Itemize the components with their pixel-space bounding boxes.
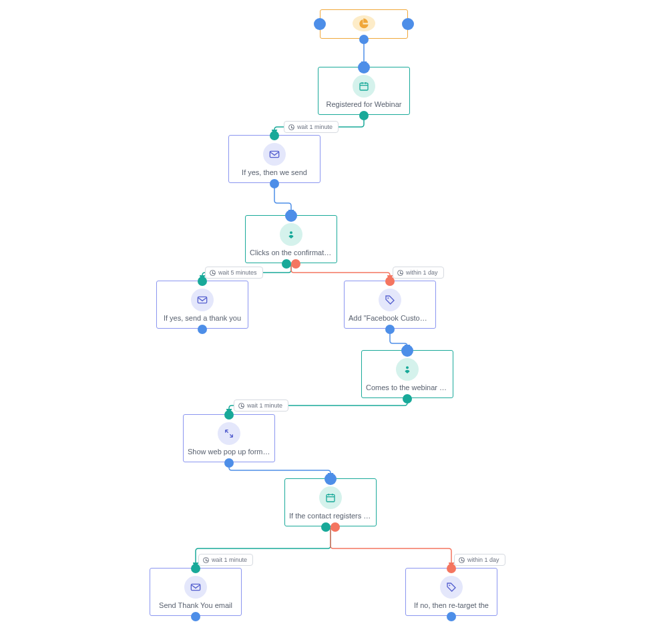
node-if-yes-send[interactable]: If yes, then we send <box>228 135 320 183</box>
svg-rect-6 <box>198 297 206 303</box>
node-label: Add "Facebook Custom Ad <box>349 314 431 322</box>
svg-point-5 <box>290 231 292 234</box>
pill-label: within 1 day <box>406 269 438 276</box>
svg-point-14 <box>449 585 450 586</box>
pill-label: within 1 day <box>467 556 499 563</box>
node-label: If yes, then we send <box>233 168 316 176</box>
clock-icon <box>210 270 216 276</box>
svg-point-7 <box>387 297 389 299</box>
svg-rect-13 <box>191 584 200 590</box>
expand-icon <box>218 422 240 445</box>
wait-pill-6[interactable]: within 1 day <box>454 554 505 566</box>
pill-label: wait 1 minute <box>247 402 282 409</box>
node-popup[interactable]: Show web pop up form as <box>183 414 275 462</box>
pie-chart-icon <box>353 15 375 31</box>
node-facebook-ad[interactable]: Add "Facebook Custom Ad <box>344 281 436 329</box>
pill-label: wait 1 minute <box>212 556 247 563</box>
wait-pill-5[interactable]: wait 1 minute <box>198 554 253 566</box>
node-label: Send Thank You email <box>154 601 237 609</box>
clock-icon <box>238 403 244 409</box>
flow-canvas[interactable]: Registered for Webinar If yes, then we s… <box>0 0 649 644</box>
tag-icon <box>379 289 401 311</box>
wait-pill-4[interactable]: wait 1 minute <box>234 399 288 412</box>
wait-pill-3[interactable]: within 1 day <box>393 267 444 279</box>
node-retarget[interactable]: If no, then re-target the <box>405 568 497 616</box>
svg-rect-9 <box>327 494 335 502</box>
node-label: Registered for Webinar <box>322 100 405 108</box>
node-start[interactable] <box>320 9 408 39</box>
node-registered-webinar[interactable]: Registered for Webinar <box>318 67 410 115</box>
pill-label: wait 1 minute <box>297 124 333 130</box>
node-label: Clicks on the confirmation <box>250 249 333 257</box>
calendar-icon <box>353 75 375 98</box>
calendar-icon <box>319 486 342 509</box>
envelope-icon <box>263 143 286 166</box>
tag-icon <box>440 576 463 599</box>
svg-rect-0 <box>360 83 368 90</box>
node-webinar-page[interactable]: Comes to the webinar page <box>361 350 453 398</box>
node-label: Comes to the webinar page <box>366 383 449 391</box>
node-label: If the contact registers for <box>289 512 372 520</box>
person-pin-icon <box>280 223 302 246</box>
node-send-thank-you[interactable]: Send Thank You email <box>150 568 242 616</box>
envelope-icon <box>184 576 207 599</box>
person-pin-icon <box>396 358 419 381</box>
wait-pill-2[interactable]: wait 5 minutes <box>205 267 263 279</box>
pill-label: wait 5 minutes <box>218 269 257 276</box>
clock-icon <box>397 270 403 276</box>
clock-icon <box>203 557 209 563</box>
wait-pill-1[interactable]: wait 1 minute <box>284 121 339 133</box>
node-if-registers[interactable]: If the contact registers for <box>284 478 377 526</box>
node-label: Show web pop up form as <box>188 448 270 456</box>
svg-rect-4 <box>270 151 278 157</box>
envelope-icon <box>191 289 214 311</box>
node-label: If yes, send a thank you <box>161 314 244 322</box>
node-clicks-confirmation[interactable]: Clicks on the confirmation <box>245 215 337 263</box>
svg-point-8 <box>406 366 409 369</box>
node-label: If no, then re-target the <box>410 601 493 609</box>
clock-icon <box>288 124 294 130</box>
clock-icon <box>459 557 465 563</box>
node-thank-you[interactable]: If yes, send a thank you <box>156 281 248 329</box>
